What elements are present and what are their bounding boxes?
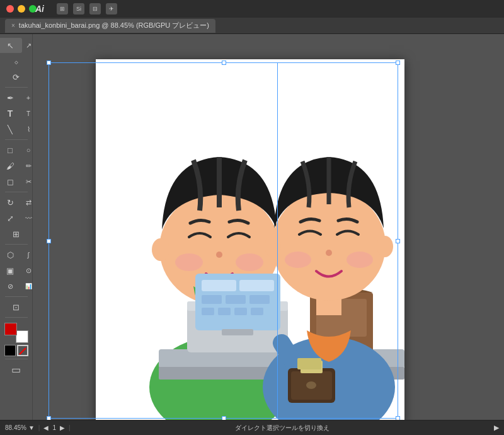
svg-rect-23 [222,329,253,335]
svg-rect-38 [297,358,321,369]
traffic-lights [0,5,37,13]
tab-bar: × takuhai_konbini_barai.png @ 88.45% (RG… [0,18,504,34]
selection-tool-group: ↖ ↗ [0,38,34,53]
app-title: Ai [35,0,44,18]
line-tool[interactable]: ╲ [0,122,22,137]
svg-point-31 [346,252,373,268]
app-name-label: Ai [35,4,44,14]
zoom-dropdown-arrow[interactable]: ▼ [28,424,35,431]
svg-point-5 [175,253,203,271]
status-separator-2: | [69,424,71,431]
tab-title: takuhai_konbini_barai.png @ 88.45% (RGB/… [19,21,209,30]
illustration-svg [96,59,404,420]
toolbar-icon-1[interactable]: ⊞ [57,3,68,14]
scale-tool[interactable]: ⤢ [0,211,22,226]
paintbrush-tool[interactable]: 🖌 [0,158,22,173]
handle-bl[interactable] [47,416,51,420]
document-tab[interactable]: × takuhai_konbini_barai.png @ 88.45% (RG… [5,19,215,33]
handle-ml[interactable] [47,239,51,243]
artboard-tool[interactable]: ⊡ [4,299,28,315]
shape-builder-tool[interactable]: ⬡ [0,247,22,262]
separator-3 [5,192,28,192]
type-tool-group: T T [0,106,34,121]
gradient-group: ▣ ⊙ [0,263,34,278]
play-button[interactable]: ▶ [494,424,499,432]
zoom-value: 88.45% [5,424,26,431]
free-transform-tool[interactable]: ⊞ [4,226,28,241]
document-canvas [96,59,404,420]
status-bar: 88.45% ▼ | ◀ 1 ▶ | ダイレクト選択ツールを切り換え ▶ [0,420,504,435]
separator-4 [5,244,28,245]
title-bar: Ai ⊞ Si ⊟ ✈ [0,0,504,18]
svg-point-39 [306,381,316,389]
svg-rect-20 [218,308,231,315]
separator-6 [5,317,28,318]
separator-1 [5,87,28,88]
svg-rect-22 [251,308,263,315]
svg-rect-17 [226,295,246,304]
color-swatches[interactable] [4,323,28,343]
rotate-tool-group: ↻ ⇄ [0,195,34,210]
status-separator-1: | [38,424,40,431]
status-message: ダイレクト選択ツールを切り換え [74,424,490,432]
toolbar-icon-3[interactable]: ⊟ [89,3,101,14]
main-layout: ↖ ↗ ⬦ ⟳ ✒ + T T ╲ ⌇ □ ○ 🖌 ✏ ◻ ✂ [0,34,504,420]
separator-7 [5,359,28,359]
scale-tool-group: ⤢ 〰 [0,211,34,226]
svg-rect-18 [249,295,270,304]
svg-point-4 [216,252,222,258]
fill-swatch[interactable] [4,345,16,356]
shape-builder-group: ⬡ ∫ [0,247,34,262]
magic-wand-tool[interactable]: ⬦ [4,54,28,69]
lasso-tool[interactable]: ⟳ [4,69,28,84]
eraser-tool-group: ◻ ✂ [0,174,34,189]
background-color-swatch[interactable] [16,330,28,343]
svg-rect-16 [202,295,222,304]
rotate-tool[interactable]: ↻ [0,195,22,210]
left-toolbar: ↖ ↗ ⬦ ⟳ ✒ + T T ╲ ⌇ □ ○ 🖌 ✏ ◻ ✂ [0,34,33,420]
eraser-tool[interactable]: ◻ [0,174,22,189]
pen-tool-group: ✒ + [0,90,34,105]
separator-5 [5,296,28,297]
page-prev-button[interactable]: ◀ [43,424,49,431]
stroke-swatch[interactable] [17,345,28,356]
rect-tool-group: □ ○ [0,142,34,158]
svg-rect-15 [239,280,274,291]
zoom-control[interactable]: 88.45% ▼ [5,424,35,431]
page-number: 1 [52,424,56,431]
gradient-tool[interactable]: ▣ [0,263,22,278]
line-tool-group: ╲ ⌇ [0,122,34,137]
separator-2 [5,139,28,140]
brush-tool-group: 🖌 ✏ [0,158,34,173]
type-tool[interactable]: T [0,106,22,121]
selection-tool[interactable]: ↖ [0,38,22,53]
svg-point-33 [377,236,393,257]
eyedropper-tool[interactable]: ⊘ [0,279,22,294]
svg-point-7 [152,238,169,261]
svg-rect-21 [234,308,247,315]
canvas-area [33,34,504,420]
eyedropper-group: ⊘ 📊 [0,279,34,294]
pen-tool[interactable]: ✒ [0,90,22,105]
foreground-color-swatch[interactable] [4,323,17,335]
svg-point-6 [236,253,263,271]
toolbar-icons: ⊞ Si ⊟ ✈ [57,0,117,18]
screen-mode-tool[interactable]: ▭ [4,362,28,377]
close-button[interactable] [6,5,14,13]
svg-point-28 [272,190,386,301]
toolbar-icon-4[interactable]: ✈ [106,3,117,14]
rectangle-tool[interactable]: □ [0,142,22,158]
page-next-button[interactable]: ▶ [60,424,65,431]
svg-point-29 [326,250,332,256]
tab-close-button[interactable]: × [11,22,15,29]
minimize-button[interactable] [18,5,25,13]
toolbar-icon-2[interactable]: Si [73,3,84,14]
svg-point-30 [285,252,311,268]
svg-point-32 [265,236,281,257]
svg-rect-14 [202,280,236,291]
handle-tl[interactable] [47,61,51,65]
svg-rect-19 [202,308,214,315]
